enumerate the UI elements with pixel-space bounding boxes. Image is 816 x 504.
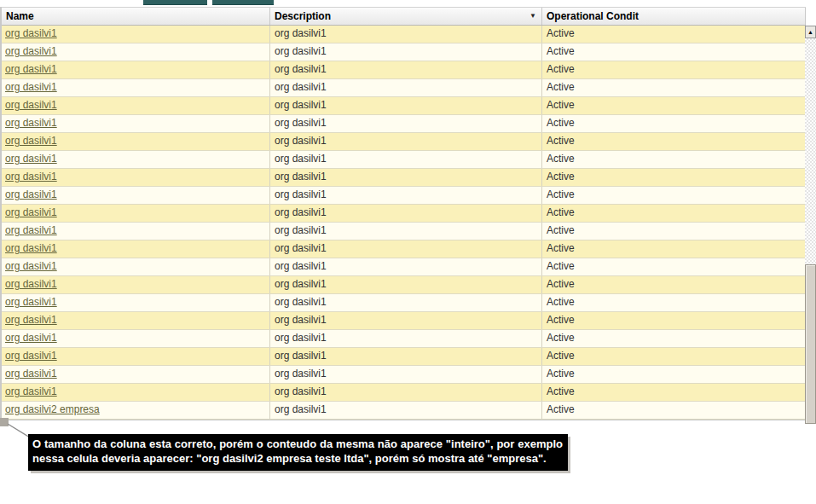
org-name-link[interactable]: org dasilvi1 [5,260,57,272]
description-cell: org dasilvi1 [270,79,542,96]
org-name-link[interactable]: org dasilvi1 [5,350,57,362]
org-name-link[interactable]: org dasilvi1 [5,27,57,39]
name-cell: org dasilvi1 [2,276,270,293]
scrollbar-thumb[interactable] [805,264,816,424]
table-row: org dasilvi1 org dasilvi1 Active [2,205,806,223]
name-cell: org dasilvi2 empresa [2,402,270,419]
condition-cell: Active [542,169,806,186]
vertical-scrollbar: ▲ [805,26,816,424]
condition-cell: Active [542,97,806,114]
annotation-tooltip: O tamanho da coluna esta correto, porém … [28,434,568,471]
table-row: org dasilvi1 org dasilvi1 Active [2,79,806,97]
org-name-link[interactable]: org dasilvi1 [5,81,57,93]
annotation-tooltip-text: O tamanho da coluna esta correto, porém … [32,437,563,465]
name-cell: org dasilvi1 [2,348,270,365]
app-screen: Name Description ▼ Operational Condit or… [0,0,816,504]
org-name-link[interactable]: org dasilvi2 empresa [5,403,100,415]
name-cell: org dasilvi1 [2,151,270,168]
table-row: org dasilvi2 empresa org dasilvi1 Active [2,402,806,420]
name-cell: org dasilvi1 [2,384,270,401]
org-name-link[interactable]: org dasilvi1 [5,171,57,182]
column-header-description-label: Description [275,10,331,22]
org-name-link[interactable]: org dasilvi1 [5,332,57,344]
description-cell: org dasilvi1 [270,384,542,401]
org-name-link[interactable]: org dasilvi1 [5,153,57,165]
condition-cell: Active [542,115,806,132]
org-name-link[interactable]: org dasilvi1 [5,63,57,75]
table-row: org dasilvi1 org dasilvi1 Active [2,366,806,384]
description-cell: org dasilvi1 [270,223,542,240]
table-row: org dasilvi1 org dasilvi1 Active [2,26,806,43]
scroll-up-button[interactable]: ▲ [805,26,816,38]
org-name-link[interactable]: org dasilvi1 [5,206,57,218]
table-row: org dasilvi1 org dasilvi1 Active [2,151,806,169]
table-row: org dasilvi1 org dasilvi1 Active [2,240,806,258]
condition-cell: Active [542,205,806,222]
table-row: org dasilvi1 org dasilvi1 Active [2,258,806,276]
cutoff-button-left[interactable] [143,0,207,5]
column-header-description[interactable]: Description ▼ [270,8,542,25]
org-name-link[interactable]: org dasilvi1 [5,296,57,308]
org-name-link[interactable]: org dasilvi1 [5,117,57,129]
name-cell: org dasilvi1 [2,61,270,78]
table-body: org dasilvi1 org dasilvi1 Active org das… [2,26,806,420]
description-cell: org dasilvi1 [270,97,542,114]
description-cell: org dasilvi1 [270,348,542,365]
name-cell: org dasilvi1 [2,294,270,311]
name-cell: org dasilvi1 [2,26,270,43]
name-cell: org dasilvi1 [2,187,270,204]
org-name-link[interactable]: org dasilvi1 [5,385,57,397]
description-cell: org dasilvi1 [270,26,542,43]
name-cell: org dasilvi1 [2,169,270,186]
name-cell: org dasilvi1 [2,366,270,383]
description-cell: org dasilvi1 [270,187,542,204]
sort-descending-icon[interactable]: ▼ [530,8,536,25]
condition-cell: Active [542,26,806,43]
condition-cell: Active [542,258,806,275]
org-name-link[interactable]: org dasilvi1 [5,99,57,111]
org-name-link[interactable]: org dasilvi1 [5,135,57,147]
org-name-link[interactable]: org dasilvi1 [5,314,57,326]
description-cell: org dasilvi1 [270,330,542,347]
scroll-up-icon: ▲ [807,29,813,35]
condition-cell: Active [542,384,806,401]
table-row: org dasilvi1 org dasilvi1 Active [2,384,806,402]
table-row: org dasilvi1 org dasilvi1 Active [2,43,806,61]
table-row: org dasilvi1 org dasilvi1 Active [2,223,806,240]
table-row: org dasilvi1 org dasilvi1 Active [2,61,806,79]
condition-cell: Active [542,133,806,150]
name-cell: org dasilvi1 [2,312,270,329]
org-name-link[interactable]: org dasilvi1 [5,242,57,254]
org-name-link[interactable]: org dasilvi1 [5,368,57,379]
org-name-link[interactable]: org dasilvi1 [5,278,57,290]
condition-cell: Active [542,348,806,365]
description-cell: org dasilvi1 [270,169,542,186]
org-name-link[interactable]: org dasilvi1 [5,45,57,57]
table-row: org dasilvi1 org dasilvi1 Active [2,187,806,205]
condition-cell: Active [542,294,806,311]
condition-cell: Active [542,240,806,258]
name-cell: org dasilvi1 [2,115,270,132]
column-header-name-label: Name [6,10,34,22]
table-row: org dasilvi1 org dasilvi1 Active [2,330,806,348]
name-cell: org dasilvi1 [2,97,270,114]
description-cell: org dasilvi1 [270,258,542,275]
column-header-operational-condition[interactable]: Operational Condit [542,8,806,25]
scrollbar-track[interactable] [805,38,816,264]
table-row: org dasilvi1 org dasilvi1 Active [2,97,806,115]
condition-cell: Active [542,276,806,293]
description-cell: org dasilvi1 [270,276,542,293]
org-name-link[interactable]: org dasilvi1 [5,188,57,200]
description-cell: org dasilvi1 [270,61,542,78]
org-name-link[interactable]: org dasilvi1 [5,224,57,236]
column-header-name[interactable]: Name [2,8,270,25]
name-cell: org dasilvi1 [2,240,270,258]
description-cell: org dasilvi1 [270,366,542,383]
description-cell: org dasilvi1 [270,115,542,132]
description-cell: org dasilvi1 [270,402,542,419]
condition-cell: Active [542,402,806,419]
cutoff-button-right[interactable] [212,0,274,5]
condition-cell: Active [542,330,806,347]
condition-cell: Active [542,223,806,240]
name-cell: org dasilvi1 [2,258,270,275]
